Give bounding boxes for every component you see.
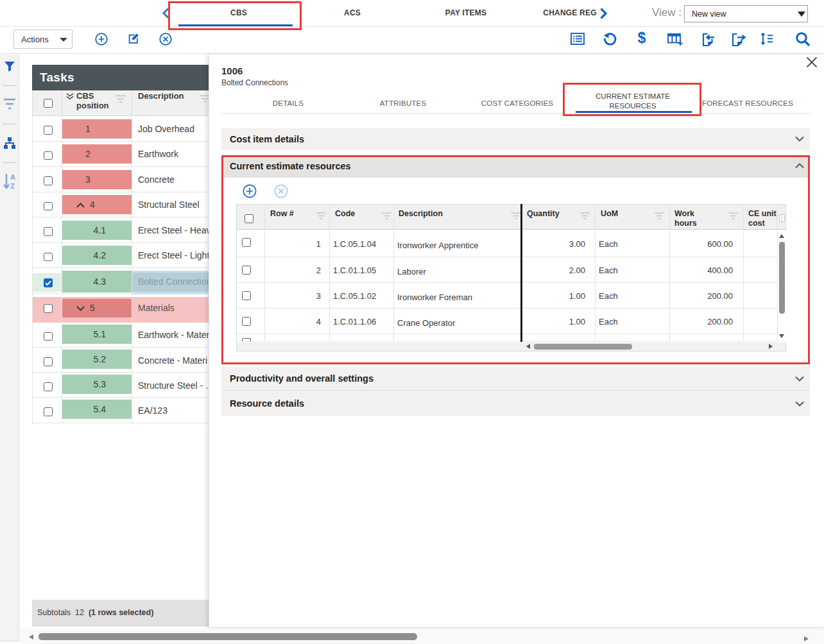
svg-text:A: A bbox=[10, 173, 15, 181]
svg-text:Z: Z bbox=[10, 182, 15, 190]
